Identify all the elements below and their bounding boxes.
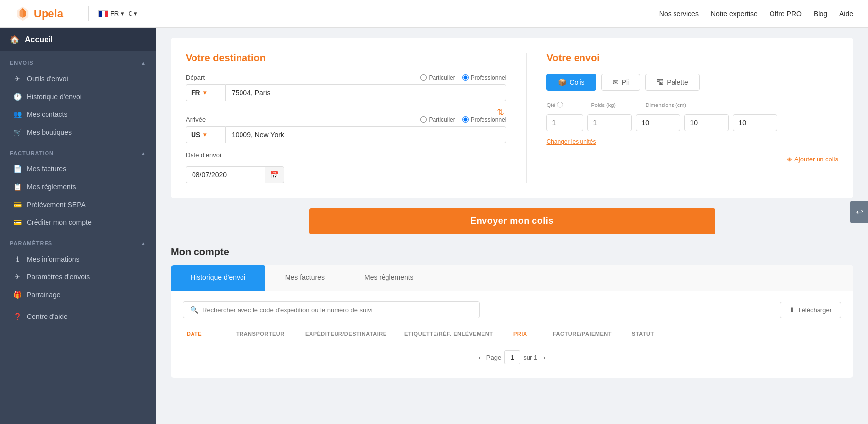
currency-text: € — [128, 10, 132, 17]
col-date: DATE — [183, 331, 232, 337]
dim2-input[interactable] — [684, 114, 729, 131]
dim1-input[interactable] — [636, 114, 680, 131]
arrivee-label: Arrivée — [186, 116, 206, 123]
sepa-icon: 💳 — [13, 201, 22, 209]
sidebar-item-parametres-envois[interactable]: ✈ Paramètres d'envois — [0, 268, 156, 286]
arrivee-country-value: US — [191, 131, 200, 139]
sidebar-item-mes-reglements[interactable]: 📋 Mes règlements — [0, 178, 156, 196]
sidebar-section-facturation[interactable]: FACTURATION ▲ — [0, 141, 156, 160]
prev-page-button[interactable]: ‹ — [476, 353, 483, 362]
sidebar-section-parametres[interactable]: PARAMÈTRES ▲ — [0, 231, 156, 250]
sidebar-item-parrainage[interactable]: 🎁 Parrainage — [0, 286, 156, 304]
arrivee-particulier-label[interactable]: Particulier — [420, 116, 455, 123]
sidebar-item-outils-envoi[interactable]: ✈ Outils d'envoi — [0, 70, 156, 88]
col-facture: FACTURE/PAIEMENT — [549, 331, 628, 337]
settings-send-icon: ✈ — [13, 273, 22, 281]
plus-icon: ⊕ — [787, 156, 792, 163]
nav-divider — [88, 6, 89, 21]
next-page-button[interactable]: › — [540, 353, 548, 362]
envoi-section: Votre envoi 📦 Colis ✉ Pli 🏗 Palette — [546, 53, 838, 183]
sidebar-label-mes-contacts: Mes contacts — [27, 110, 67, 118]
scroll-back-button[interactable]: ↩ — [850, 201, 868, 223]
weight-input[interactable] — [587, 114, 632, 131]
sidebar-item-historique-envoi[interactable]: 🕐 Historique d'envoi — [0, 88, 156, 106]
change-units-row: Changer les unités — [546, 136, 838, 145]
currency-selector[interactable]: € ▾ — [128, 10, 137, 17]
tab-palette[interactable]: 🏗 Palette — [645, 74, 700, 91]
nav-blog[interactable]: Blog — [814, 10, 827, 18]
tab-pli[interactable]: ✉ Pli — [601, 74, 641, 91]
col-prix: PRIX — [509, 331, 549, 337]
page-total: sur 1 — [523, 354, 537, 361]
page-number-input[interactable] — [504, 350, 520, 364]
col-expediteur: EXPÉDITEUR/DESTINATAIRE — [301, 331, 400, 337]
depart-professionnel-radio[interactable] — [462, 74, 469, 81]
app-body: 🏠 Accueil ENVOIS ▲ ✈ Outils d'envoi 🕐 Hi… — [0, 28, 868, 424]
nav-offre-pro[interactable]: Offre PRO — [770, 10, 802, 18]
sidebar-item-mes-contacts[interactable]: 👥 Mes contacts — [0, 106, 156, 123]
arrivee-particulier-radio[interactable] — [420, 116, 427, 123]
palette-icon: 🏗 — [657, 78, 664, 86]
arrivee-professionnel-radio[interactable] — [462, 116, 469, 123]
depart-city-input[interactable] — [225, 84, 506, 101]
sidebar: 🏠 Accueil ENVOIS ▲ ✈ Outils d'envoi 🕐 Hi… — [0, 28, 156, 424]
shop-icon: 🛒 — [13, 128, 22, 136]
flag-icon — [98, 10, 108, 17]
depart-professionnel-text: Professionnel — [471, 74, 507, 81]
search-input[interactable] — [202, 306, 472, 314]
nav-nos-services[interactable]: Nos services — [659, 10, 699, 18]
sidebar-section-envois[interactable]: ENVOIS ▲ — [0, 51, 156, 70]
col-etiquette: ETIQUETTE/RÉF. ENLÈVEMENT — [400, 331, 509, 337]
sidebar-item-centre-aide[interactable]: ❓ Centre d'aide — [0, 308, 156, 325]
search-bar: 🔍 — [183, 301, 480, 318]
envoi-title: Votre envoi — [546, 53, 838, 64]
compte-tab-factures[interactable]: Mes factures — [265, 265, 344, 291]
depart-professionnel-label[interactable]: Professionnel — [462, 74, 507, 81]
sidebar-item-crediter-compte[interactable]: 💳 Créditer mon compte — [0, 213, 156, 231]
depart-particulier-label[interactable]: Particulier — [420, 74, 455, 81]
compte-tab-reglements[interactable]: Mes règlements — [344, 265, 434, 291]
date-row: 📅 — [186, 166, 506, 183]
depart-country-select[interactable]: FR ▾ — [186, 84, 225, 101]
pkg-inputs — [546, 114, 838, 131]
arrivee-radio-group: Particulier Professionnel — [420, 116, 506, 123]
compte-tab-historique[interactable]: Historique d'envoi — [171, 265, 265, 291]
info-icon: ℹ — [13, 255, 22, 263]
booking-card: Votre destination Départ Particulier Pro… — [171, 38, 853, 198]
compte-card: Historique d'envoi Mes factures Mes règl… — [171, 265, 853, 378]
nav-aide[interactable]: Aide — [839, 10, 853, 18]
weight-label: Poids (kg) — [591, 102, 640, 108]
nav-notre-expertise[interactable]: Notre expertise — [711, 10, 758, 18]
top-navigation: Upela FR ▾ € ▾ Nos services Notre expert… — [0, 0, 868, 28]
compte-body: 🔍 ⬇ Télécharger DATE TRANSPORTEUR EXPÉDI… — [171, 291, 853, 378]
change-units-link[interactable]: Changer les unités — [546, 138, 596, 145]
dim3-input[interactable] — [733, 114, 777, 131]
sidebar-item-mes-boutiques[interactable]: 🛒 Mes boutiques — [0, 123, 156, 141]
home-icon: 🏠 — [10, 35, 20, 44]
date-input[interactable] — [186, 166, 265, 183]
send-button[interactable]: Envoyer mon colis — [309, 208, 715, 234]
dims-label: Dimensions (cm) — [645, 102, 838, 108]
arrivee-professionnel-label[interactable]: Professionnel — [462, 116, 507, 123]
download-button[interactable]: ⬇ Télécharger — [780, 302, 841, 318]
arrivee-country-select[interactable]: US ▾ — [186, 126, 225, 143]
depart-input-row: FR ▾ — [186, 84, 506, 101]
qty-input[interactable] — [546, 114, 583, 131]
add-colis-button[interactable]: ⊕ Ajouter un colis — [787, 156, 838, 163]
sidebar-label-parametres-envois: Paramètres d'envois — [27, 273, 90, 281]
sidebar-item-mes-informations[interactable]: ℹ Mes informations — [0, 250, 156, 268]
lang-text: FR — [110, 10, 119, 17]
tab-colis[interactable]: 📦 Colis — [546, 74, 596, 91]
colis-icon: 📦 — [558, 78, 566, 86]
sidebar-item-prelevement-sepa[interactable]: 💳 Prélèvement SEPA — [0, 196, 156, 213]
sidebar-item-mes-factures[interactable]: 📄 Mes factures — [0, 160, 156, 178]
pkg-field-labels: Qté ⓘ Poids (kg) Dimensions (cm) — [546, 101, 838, 109]
download-label: Télécharger — [798, 306, 832, 314]
logo[interactable]: Upela — [15, 6, 63, 22]
send-icon: ✈ — [13, 75, 22, 83]
calendar-button[interactable]: 📅 — [265, 166, 284, 183]
language-selector[interactable]: FR ▾ — [98, 10, 124, 17]
arrivee-city-input[interactable] — [225, 126, 506, 143]
depart-particulier-radio[interactable] — [420, 74, 427, 81]
sidebar-item-accueil[interactable]: 🏠 Accueil — [0, 28, 156, 51]
